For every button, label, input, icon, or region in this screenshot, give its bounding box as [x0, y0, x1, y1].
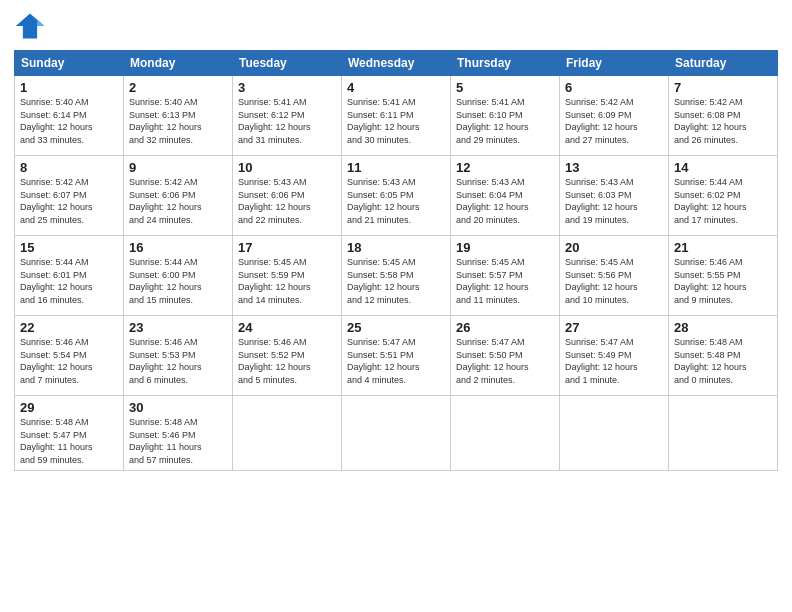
day-cell: 21Sunrise: 5:46 AMSunset: 5:55 PMDayligh… — [669, 236, 778, 316]
logo-icon — [14, 10, 46, 42]
weekday-header: Monday — [124, 51, 233, 76]
day-cell: 15Sunrise: 5:44 AMSunset: 6:01 PMDayligh… — [15, 236, 124, 316]
day-cell — [233, 396, 342, 471]
day-detail: Sunrise: 5:48 AMSunset: 5:46 PMDaylight:… — [129, 416, 227, 466]
day-detail: Sunrise: 5:42 AMSunset: 6:06 PMDaylight:… — [129, 176, 227, 226]
day-cell: 18Sunrise: 5:45 AMSunset: 5:58 PMDayligh… — [342, 236, 451, 316]
day-cell: 28Sunrise: 5:48 AMSunset: 5:48 PMDayligh… — [669, 316, 778, 396]
day-number: 5 — [456, 80, 554, 95]
day-detail: Sunrise: 5:42 AMSunset: 6:08 PMDaylight:… — [674, 96, 772, 146]
day-detail: Sunrise: 5:45 AMSunset: 5:58 PMDaylight:… — [347, 256, 445, 306]
day-detail: Sunrise: 5:44 AMSunset: 6:02 PMDaylight:… — [674, 176, 772, 226]
day-cell: 9Sunrise: 5:42 AMSunset: 6:06 PMDaylight… — [124, 156, 233, 236]
day-cell: 26Sunrise: 5:47 AMSunset: 5:50 PMDayligh… — [451, 316, 560, 396]
day-detail: Sunrise: 5:48 AMSunset: 5:48 PMDaylight:… — [674, 336, 772, 386]
day-cell: 24Sunrise: 5:46 AMSunset: 5:52 PMDayligh… — [233, 316, 342, 396]
day-cell: 13Sunrise: 5:43 AMSunset: 6:03 PMDayligh… — [560, 156, 669, 236]
day-detail: Sunrise: 5:48 AMSunset: 5:47 PMDaylight:… — [20, 416, 118, 466]
day-number: 6 — [565, 80, 663, 95]
day-number: 13 — [565, 160, 663, 175]
day-number: 21 — [674, 240, 772, 255]
week-row: 1Sunrise: 5:40 AMSunset: 6:14 PMDaylight… — [15, 76, 778, 156]
day-cell: 10Sunrise: 5:43 AMSunset: 6:06 PMDayligh… — [233, 156, 342, 236]
day-number: 10 — [238, 160, 336, 175]
week-row: 15Sunrise: 5:44 AMSunset: 6:01 PMDayligh… — [15, 236, 778, 316]
day-cell: 11Sunrise: 5:43 AMSunset: 6:05 PMDayligh… — [342, 156, 451, 236]
day-number: 12 — [456, 160, 554, 175]
weekday-header: Tuesday — [233, 51, 342, 76]
day-number: 14 — [674, 160, 772, 175]
weekday-header: Saturday — [669, 51, 778, 76]
day-cell — [560, 396, 669, 471]
weekday-header: Friday — [560, 51, 669, 76]
week-row: 22Sunrise: 5:46 AMSunset: 5:54 PMDayligh… — [15, 316, 778, 396]
day-cell — [342, 396, 451, 471]
day-detail: Sunrise: 5:42 AMSunset: 6:09 PMDaylight:… — [565, 96, 663, 146]
day-detail: Sunrise: 5:40 AMSunset: 6:13 PMDaylight:… — [129, 96, 227, 146]
day-number: 9 — [129, 160, 227, 175]
day-detail: Sunrise: 5:41 AMSunset: 6:10 PMDaylight:… — [456, 96, 554, 146]
week-row: 8Sunrise: 5:42 AMSunset: 6:07 PMDaylight… — [15, 156, 778, 236]
day-number: 4 — [347, 80, 445, 95]
day-cell: 8Sunrise: 5:42 AMSunset: 6:07 PMDaylight… — [15, 156, 124, 236]
calendar-header-row: SundayMondayTuesdayWednesdayThursdayFrid… — [15, 51, 778, 76]
day-cell: 12Sunrise: 5:43 AMSunset: 6:04 PMDayligh… — [451, 156, 560, 236]
page: SundayMondayTuesdayWednesdayThursdayFrid… — [0, 0, 792, 612]
day-number: 18 — [347, 240, 445, 255]
day-number: 15 — [20, 240, 118, 255]
day-detail: Sunrise: 5:47 AMSunset: 5:50 PMDaylight:… — [456, 336, 554, 386]
day-cell — [451, 396, 560, 471]
day-detail: Sunrise: 5:42 AMSunset: 6:07 PMDaylight:… — [20, 176, 118, 226]
day-number: 27 — [565, 320, 663, 335]
day-detail: Sunrise: 5:43 AMSunset: 6:03 PMDaylight:… — [565, 176, 663, 226]
day-detail: Sunrise: 5:41 AMSunset: 6:12 PMDaylight:… — [238, 96, 336, 146]
day-number: 29 — [20, 400, 118, 415]
day-cell: 5Sunrise: 5:41 AMSunset: 6:10 PMDaylight… — [451, 76, 560, 156]
day-number: 24 — [238, 320, 336, 335]
day-detail: Sunrise: 5:45 AMSunset: 5:57 PMDaylight:… — [456, 256, 554, 306]
day-cell: 6Sunrise: 5:42 AMSunset: 6:09 PMDaylight… — [560, 76, 669, 156]
day-cell: 17Sunrise: 5:45 AMSunset: 5:59 PMDayligh… — [233, 236, 342, 316]
day-cell: 4Sunrise: 5:41 AMSunset: 6:11 PMDaylight… — [342, 76, 451, 156]
day-detail: Sunrise: 5:46 AMSunset: 5:53 PMDaylight:… — [129, 336, 227, 386]
day-cell: 16Sunrise: 5:44 AMSunset: 6:00 PMDayligh… — [124, 236, 233, 316]
day-number: 26 — [456, 320, 554, 335]
day-number: 28 — [674, 320, 772, 335]
weekday-header: Sunday — [15, 51, 124, 76]
weekday-header: Wednesday — [342, 51, 451, 76]
day-cell: 27Sunrise: 5:47 AMSunset: 5:49 PMDayligh… — [560, 316, 669, 396]
day-detail: Sunrise: 5:46 AMSunset: 5:52 PMDaylight:… — [238, 336, 336, 386]
day-detail: Sunrise: 5:44 AMSunset: 6:01 PMDaylight:… — [20, 256, 118, 306]
day-detail: Sunrise: 5:44 AMSunset: 6:00 PMDaylight:… — [129, 256, 227, 306]
day-number: 7 — [674, 80, 772, 95]
day-detail: Sunrise: 5:40 AMSunset: 6:14 PMDaylight:… — [20, 96, 118, 146]
day-detail: Sunrise: 5:47 AMSunset: 5:51 PMDaylight:… — [347, 336, 445, 386]
day-number: 20 — [565, 240, 663, 255]
day-cell: 19Sunrise: 5:45 AMSunset: 5:57 PMDayligh… — [451, 236, 560, 316]
day-number: 1 — [20, 80, 118, 95]
day-detail: Sunrise: 5:45 AMSunset: 5:59 PMDaylight:… — [238, 256, 336, 306]
day-cell: 23Sunrise: 5:46 AMSunset: 5:53 PMDayligh… — [124, 316, 233, 396]
day-cell: 1Sunrise: 5:40 AMSunset: 6:14 PMDaylight… — [15, 76, 124, 156]
day-number: 2 — [129, 80, 227, 95]
day-detail: Sunrise: 5:46 AMSunset: 5:54 PMDaylight:… — [20, 336, 118, 386]
day-cell: 7Sunrise: 5:42 AMSunset: 6:08 PMDaylight… — [669, 76, 778, 156]
day-number: 17 — [238, 240, 336, 255]
weekday-header: Thursday — [451, 51, 560, 76]
day-number: 22 — [20, 320, 118, 335]
day-detail: Sunrise: 5:47 AMSunset: 5:49 PMDaylight:… — [565, 336, 663, 386]
day-cell: 14Sunrise: 5:44 AMSunset: 6:02 PMDayligh… — [669, 156, 778, 236]
day-cell — [669, 396, 778, 471]
week-row: 29Sunrise: 5:48 AMSunset: 5:47 PMDayligh… — [15, 396, 778, 471]
day-detail: Sunrise: 5:41 AMSunset: 6:11 PMDaylight:… — [347, 96, 445, 146]
day-number: 25 — [347, 320, 445, 335]
logo — [14, 10, 50, 42]
day-number: 3 — [238, 80, 336, 95]
day-detail: Sunrise: 5:43 AMSunset: 6:06 PMDaylight:… — [238, 176, 336, 226]
day-number: 8 — [20, 160, 118, 175]
calendar-body: 1Sunrise: 5:40 AMSunset: 6:14 PMDaylight… — [15, 76, 778, 471]
day-cell: 29Sunrise: 5:48 AMSunset: 5:47 PMDayligh… — [15, 396, 124, 471]
day-number: 19 — [456, 240, 554, 255]
day-detail: Sunrise: 5:46 AMSunset: 5:55 PMDaylight:… — [674, 256, 772, 306]
day-cell: 25Sunrise: 5:47 AMSunset: 5:51 PMDayligh… — [342, 316, 451, 396]
